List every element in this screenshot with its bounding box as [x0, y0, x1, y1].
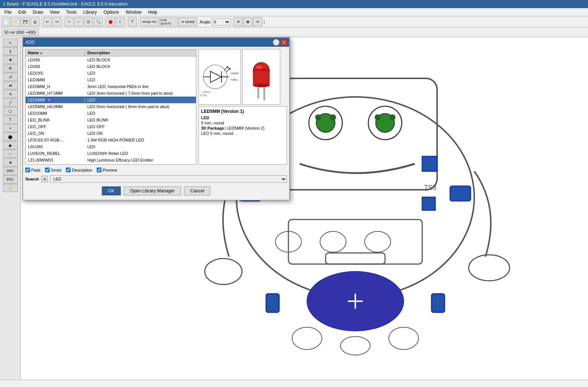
- table-row[interactable]: LED_BLINKLED BLINK: [26, 117, 196, 123]
- table-row[interactable]: LSU260LED: [26, 143, 196, 150]
- component-name-cell: LED10MM: [26, 111, 85, 116]
- table-row[interactable]: LED5MM_H6,0MMLED 5mm horizontal ( 6mm fr…: [26, 103, 196, 110]
- dialog-help-button[interactable]: ?: [273, 39, 280, 46]
- ok-button[interactable]: OK: [102, 186, 121, 195]
- make-button[interactable]: ✦ MAKE: [179, 17, 197, 26]
- component-name-cell: LED2X5: [26, 71, 85, 75]
- undo-button[interactable]: ↩: [43, 17, 52, 26]
- angle-select[interactable]: 04590135180: [212, 18, 230, 26]
- svg-point-11: [469, 255, 510, 281]
- search-clear-button[interactable]: ✕: [41, 176, 48, 182]
- via-tool[interactable]: ◉: [3, 141, 18, 149]
- table-row[interactable]: LD266LED BLOCK: [26, 56, 196, 63]
- erc-tool[interactable]: ERC: [3, 175, 18, 183]
- pad-tool[interactable]: ⬤: [3, 133, 18, 141]
- pads-checkbox-label[interactable]: Pads: [25, 168, 41, 172]
- preview-checkbox[interactable]: [97, 168, 101, 172]
- menu-file[interactable]: File: [1, 9, 14, 16]
- table-row[interactable]: LP2C63-ST-RGB-...1.5W RGB HIGH POWER LED: [26, 137, 196, 143]
- search-input[interactable]: LED: [50, 175, 287, 183]
- component-desc-cell: LED ON: [85, 131, 196, 136]
- mirror-tool[interactable]: ⇄: [3, 81, 18, 90]
- component-name-cell: LED5MM3D: [26, 98, 85, 102]
- table-row[interactable]: LED2X5LED: [26, 70, 196, 77]
- component-name-cell: LED_OFF: [26, 124, 85, 129]
- add-tool[interactable]: +: [3, 124, 18, 132]
- menu-window[interactable]: Window: [123, 9, 145, 16]
- menu-tools[interactable]: Tools: [63, 9, 80, 16]
- menu-options[interactable]: Options: [101, 9, 122, 16]
- table-row[interactable]: LED_OFFLED OFF: [26, 123, 196, 130]
- zoom-fit-button[interactable]: ⊡: [84, 17, 93, 26]
- component-desc-cell: 1.5W RGB HIGH POWER LED: [85, 138, 196, 142]
- stop-button[interactable]: ⬤: [106, 17, 115, 26]
- zoom-out-button[interactable]: −: [74, 17, 83, 26]
- search-label: Search: [25, 177, 39, 181]
- smds-checkbox-label[interactable]: Smds: [45, 168, 61, 172]
- cancel-button[interactable]: Cancel: [184, 186, 210, 195]
- open-button[interactable]: 📁: [11, 17, 20, 26]
- svg-rect-17: [422, 197, 435, 210]
- copy-tool[interactable]: ⧉: [3, 64, 18, 72]
- menu-view[interactable]: View: [47, 9, 62, 16]
- sep2: [63, 18, 63, 26]
- polygon-tool[interactable]: ⬡: [3, 107, 18, 115]
- table-row[interactable]: LUXEON_REBELLUXEON® Rebel LED: [26, 150, 196, 157]
- menu-library[interactable]: Library: [80, 9, 100, 16]
- svg-point-27: [340, 336, 370, 355]
- route-tool[interactable]: ~: [3, 150, 18, 158]
- component-list-body[interactable]: LD266LED BLOCKLD269LED BLOCKLED2X5LEDLED…: [26, 56, 196, 164]
- menu-edit[interactable]: Edit: [15, 9, 29, 16]
- new-button[interactable]: 📄: [1, 17, 10, 26]
- table-row[interactable]: LED10MMLED: [26, 110, 196, 117]
- component-name-cell: LZ1-00WW03: [26, 158, 85, 162]
- component-name-cell: LSU260: [26, 144, 85, 149]
- description-checkbox[interactable]: [66, 168, 71, 172]
- table-row[interactable]: LED3MMLED: [26, 77, 196, 83]
- help-button[interactable]: ?: [128, 17, 137, 26]
- svg-point-20: [365, 231, 391, 252]
- table-row[interactable]: LED5MM3DLED: [26, 97, 196, 103]
- table-row[interactable]: LED3MM_H3mm LED, horizontal PADs in line: [26, 83, 196, 90]
- pcb-quote-button[interactable]: PCB QUOTE: [159, 17, 178, 26]
- delete-tool[interactable]: ✕: [3, 90, 18, 98]
- ripup-tool[interactable]: ⊗: [3, 158, 18, 166]
- left-panel: ↖ ℹ ✥ ⧉ ↺ ⇄ ✕ ╱ ⬡ T + ⬤ ◉ ~ ⊗ DRC ERC ⚠: [0, 37, 21, 380]
- rotate-tool[interactable]: ↺: [3, 73, 18, 81]
- component-name-cell: LED3MM_H7,5MM: [26, 91, 85, 95]
- layer-btn2[interactable]: ▦: [243, 17, 252, 26]
- save-button[interactable]: 💾: [21, 17, 30, 26]
- pads-checkbox[interactable]: [25, 168, 30, 172]
- smds-checkbox[interactable]: [45, 168, 50, 172]
- component-name-cell: LP2C63-ST-RGB-...: [26, 138, 85, 142]
- info-tool[interactable]: ℹ: [3, 47, 18, 55]
- wire-tool[interactable]: ╱: [3, 98, 18, 107]
- select-tool[interactable]: ↖: [3, 39, 18, 47]
- info-button[interactable]: ℹ: [116, 17, 125, 26]
- svg-point-10: [205, 258, 242, 284]
- table-row[interactable]: LED3MM_H7,5MMLED 3mm horizontal ( 7,5mm …: [26, 90, 196, 97]
- component-package: 3D Package: LED5MM (Version 2): [201, 126, 284, 130]
- print-button[interactable]: 🖨: [30, 17, 39, 26]
- menu-draw[interactable]: Draw: [30, 9, 46, 16]
- component-desc-cell: LED BLOCK: [85, 64, 196, 69]
- redo-button[interactable]: ↪: [52, 17, 61, 26]
- open-library-manager-button[interactable]: Open Library Manager: [124, 186, 181, 195]
- zoom-select-button[interactable]: 🔍: [94, 17, 103, 26]
- table-row[interactable]: LZ4-00WW10High Luminous Efficacy 10W LED: [26, 163, 196, 164]
- design-link-button[interactable]: design link: [140, 17, 159, 26]
- move-tool[interactable]: ✥: [3, 56, 18, 64]
- dialog-close-button[interactable]: ×: [281, 39, 287, 45]
- zoom-in-button[interactable]: +: [65, 17, 74, 26]
- table-row[interactable]: LZ1-00WW03High Luminous Efficacy LED Emi…: [26, 157, 196, 163]
- drc-tool[interactable]: DRC: [3, 167, 18, 175]
- svg-marker-31: [210, 71, 222, 82]
- table-row[interactable]: LD269LED BLOCK: [26, 63, 196, 70]
- text-tool[interactable]: T: [3, 116, 18, 124]
- description-checkbox-label[interactable]: Description: [66, 168, 92, 172]
- menu-help[interactable]: Help: [145, 9, 161, 16]
- preview-checkbox-label[interactable]: Preview: [97, 168, 117, 172]
- table-row[interactable]: LED_ONLED ON: [26, 130, 196, 137]
- layer-btn3[interactable]: ⊟: [253, 17, 262, 26]
- layer-btn1[interactable]: ⊞: [234, 17, 243, 26]
